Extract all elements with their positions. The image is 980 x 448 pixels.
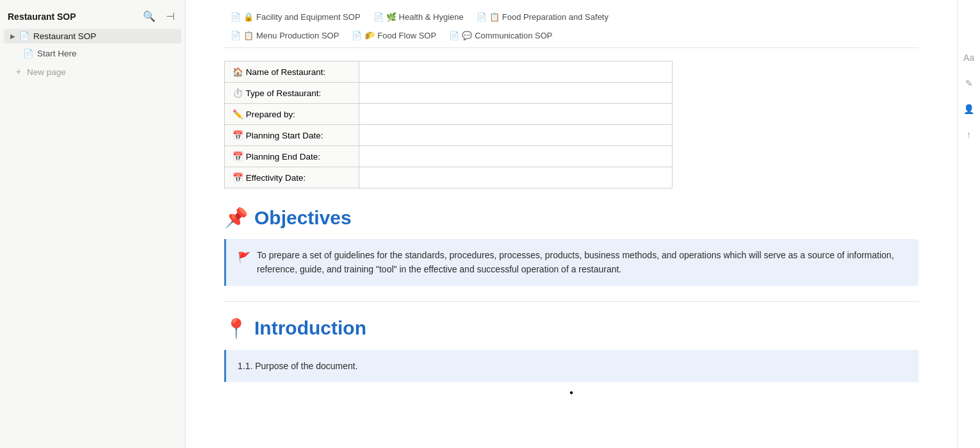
sidebar-header-icons: 🔍 ⊣ <box>140 9 177 24</box>
objectives-callout: 🚩 To prepare a set of guidelines for the… <box>224 239 919 286</box>
introduction-title: Introduction <box>254 317 366 339</box>
nav-link-food-prep[interactable]: 📄 📋 Food Preparation and Safety <box>470 10 615 24</box>
table-value[interactable] <box>359 146 672 167</box>
sidebar-title: Restaurant SOP <box>8 12 76 22</box>
table-value[interactable] <box>359 83 672 104</box>
comm-emoji: 💬 <box>462 31 472 40</box>
table-label: 🏠 Name of Restaurant: <box>225 62 359 83</box>
dot-row: • <box>224 387 919 399</box>
search-button[interactable]: 🔍 <box>140 9 158 24</box>
introduction-heading: 📍 Introduction <box>224 317 919 340</box>
nav-link-label: Food Flow SOP <box>377 31 436 40</box>
plus-icon: ＋ <box>14 66 23 78</box>
sidebar-header: Restaurant SOP 🔍 ⊣ <box>0 5 185 28</box>
nav-link-communication[interactable]: 📄 💬 Communication SOP <box>443 29 559 42</box>
menu-emoji: 📋 <box>243 31 254 40</box>
health-doc-icon: 📄 <box>373 12 384 22</box>
table-value[interactable] <box>359 125 672 146</box>
table-value[interactable] <box>359 167 672 188</box>
food-flow-doc-icon: 📄 <box>352 31 362 40</box>
introduction-icon: 📍 <box>224 317 248 340</box>
table-label: ✏️ Prepared by: <box>225 104 359 125</box>
table-label: 📅 Planning End Date: <box>225 146 359 167</box>
nav-link-label: Facility and Equipment SOP <box>256 12 361 22</box>
nav-links: 📄 🔒 Facility and Equipment SOP 📄 🌿 Healt… <box>224 0 919 48</box>
sidebar-item-restaurant-sop[interactable]: ▶ 📄 Restaurant SOP <box>4 29 181 44</box>
objectives-callout-text: To prepare a set of guidelines for the s… <box>257 248 907 277</box>
table-label: 📅 Planning Start Date: <box>225 125 359 146</box>
edit-button[interactable]: ✎ <box>964 77 974 90</box>
nav-link-label: Menu Production SOP <box>256 31 339 40</box>
food-prep-emoji: 📋 <box>489 12 500 22</box>
new-page-button[interactable]: ＋ New page <box>4 63 181 80</box>
chevron-icon: ▶ <box>10 33 15 40</box>
introduction-callout: 1.1. Purpose of the document. <box>224 350 919 382</box>
facility-emoji: 🔒 <box>243 12 254 22</box>
table-row: ⏱️ Type of Restaurant: <box>225 83 673 104</box>
table-value[interactable] <box>359 62 672 83</box>
objectives-title: Objectives <box>254 207 352 229</box>
users-button[interactable]: 👤 <box>962 103 976 115</box>
food-flow-emoji: 🌮 <box>364 31 375 40</box>
health-emoji: 🌿 <box>386 12 396 22</box>
new-page-label: New page <box>27 67 66 77</box>
table-row: ✏️ Prepared by: <box>225 104 673 125</box>
table-value[interactable] <box>359 104 672 125</box>
sidebar-item-start-here[interactable]: 📄 Start Here <box>4 46 181 61</box>
share-button[interactable]: ↑ <box>965 128 972 141</box>
doc-icon: 📄 <box>23 49 33 58</box>
section-divider <box>224 301 919 302</box>
objectives-icon: 📌 <box>224 206 248 229</box>
table-row: 📅 Planning End Date: <box>225 146 673 167</box>
facility-icon: 📄 <box>231 12 241 22</box>
sidebar-item-label: Start Here <box>37 49 77 58</box>
nav-link-label: Health & Hygiene <box>399 12 464 22</box>
nav-link-food-flow[interactable]: 📄 🌮 Food Flow SOP <box>345 29 443 42</box>
objectives-heading: 📌 Objectives <box>224 206 919 229</box>
food-prep-doc-icon: 📄 <box>477 12 487 22</box>
table-label: 📅 Effectivity Date: <box>225 167 359 188</box>
nav-link-menu[interactable]: 📄 📋 Menu Production SOP <box>224 29 345 42</box>
table-row: 📅 Effectivity Date: <box>225 167 673 188</box>
table-row: 🏠 Name of Restaurant: <box>225 62 673 83</box>
nav-link-facility[interactable]: 📄 🔒 Facility and Equipment SOP <box>224 10 367 24</box>
comm-doc-icon: 📄 <box>449 31 459 40</box>
collapse-sidebar-button[interactable]: ⊣ <box>163 9 177 24</box>
nav-link-label: Communication SOP <box>475 31 552 40</box>
main-content: 📄 🔒 Facility and Equipment SOP 📄 🌿 Healt… <box>186 0 957 448</box>
sidebar-item-label: Restaurant SOP <box>33 31 96 41</box>
doc-icon: 📄 <box>19 31 29 41</box>
table-row: 📅 Planning Start Date: <box>225 125 673 146</box>
font-size-button[interactable]: Aa <box>962 51 976 64</box>
info-table: 🏠 Name of Restaurant:⏱️ Type of Restaura… <box>224 61 673 188</box>
table-label: ⏱️ Type of Restaurant: <box>225 83 359 104</box>
menu-doc-icon: 📄 <box>231 31 241 40</box>
callout-flag-icon: 🚩 <box>238 249 250 266</box>
nav-link-label: Food Preparation and Safety <box>502 12 608 22</box>
right-toolbar: Aa ✎ 👤 ↑ <box>957 0 980 448</box>
nav-link-health[interactable]: 📄 🌿 Health & Hygiene <box>367 10 470 24</box>
dot-indicator: • <box>569 387 573 399</box>
sidebar: Restaurant SOP 🔍 ⊣ ▶ 📄 Restaurant SOP 📄 … <box>0 0 186 448</box>
introduction-callout-text: 1.1. Purpose of the document. <box>238 361 358 371</box>
